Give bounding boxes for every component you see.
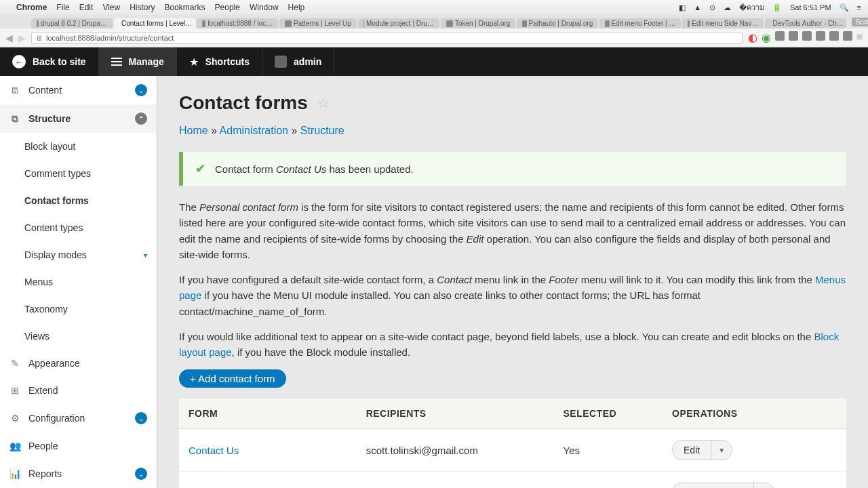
- sidebar-sub-menus[interactable]: Menus: [0, 268, 157, 296]
- sidebar-sub-taxonomy[interactable]: Taxonomy: [0, 296, 157, 323]
- breadcrumb-admin[interactable]: Administration: [220, 125, 288, 136]
- battery-icon[interactable]: 🔋: [772, 3, 782, 12]
- dropdown-arrow-icon[interactable]: ▼: [711, 441, 732, 460]
- menu-people[interactable]: People: [215, 3, 240, 12]
- admin-button[interactable]: admin: [262, 47, 334, 76]
- sidebar-item-appearance[interactable]: ✎Appearance: [0, 350, 157, 377]
- menu-window[interactable]: Window: [250, 3, 279, 12]
- sidebar-sub-views[interactable]: Views: [0, 323, 157, 350]
- admin-sidebar: 🗎Content ⌄ ⧉Structure ⌃ Block layout Com…: [0, 76, 157, 488]
- sidebar-item-people[interactable]: 👥People: [0, 432, 157, 460]
- browser-tab[interactable]: Module project | Dru…: [358, 18, 439, 28]
- chrome-user-badge[interactable]: Scott: [852, 18, 868, 26]
- ext-icon[interactable]: [775, 31, 785, 41]
- menu-view[interactable]: View: [102, 3, 120, 12]
- dropdown-arrow-icon[interactable]: ▼: [753, 483, 774, 488]
- col-form[interactable]: FORM: [179, 399, 357, 429]
- col-operations[interactable]: OPERATIONS: [663, 399, 846, 429]
- sidebar-item-extend[interactable]: ⊞Extend: [0, 377, 157, 404]
- menu-icon[interactable]: ≡: [857, 3, 861, 12]
- sidebar-sub-display-modes[interactable]: Display modes▾: [0, 241, 157, 268]
- clock[interactable]: Sat 6:51 PM: [790, 3, 831, 12]
- ext-icon[interactable]: [843, 31, 852, 41]
- col-selected[interactable]: SELECTED: [554, 399, 663, 429]
- table-row: Personal contact form Selected user No M…: [179, 472, 846, 488]
- sidebar-item-reports[interactable]: 📊Reports ⌄: [0, 460, 157, 488]
- menubar-icon[interactable]: ☁: [724, 3, 731, 12]
- browser-tab[interactable]: Edit menu Footer | …: [599, 18, 681, 28]
- edit-dropdown-button[interactable]: Edit ▼: [672, 440, 732, 460]
- help-text-2: If you have configured a default site-wi…: [179, 272, 846, 319]
- sidebar-item-structure[interactable]: ⧉Structure ⌃: [0, 104, 157, 133]
- sidebar-item-content[interactable]: 🗎Content ⌄: [0, 76, 157, 104]
- menubar-icon[interactable]: ◧: [679, 3, 686, 12]
- browser-tab[interactable]: Patterns | Level Up: [279, 18, 357, 28]
- appearance-icon: ✎: [9, 358, 20, 369]
- selected-cell: Yes: [554, 429, 663, 472]
- browser-tab[interactable]: drupal 8.0.2 | Drupa…: [31, 18, 113, 28]
- favicon-icon: [37, 20, 39, 27]
- admin-label: admin: [294, 56, 321, 67]
- browser-tab[interactable]: Token | Drupal.org: [441, 18, 516, 28]
- sidebar-sub-content-types[interactable]: Content types: [0, 214, 157, 241]
- url-text: localhost:8888/admin/structure/contact: [46, 34, 174, 42]
- star-icon: ★: [189, 56, 199, 68]
- browser-tab[interactable]: localhost:8888 / loc…: [197, 18, 278, 28]
- sidebar-item-configuration[interactable]: ⚙Configuration ⌄: [0, 404, 157, 432]
- shortcuts-button[interactable]: ★ Shortcuts: [177, 47, 262, 76]
- sidebar-sub-block-layout[interactable]: Block layout: [0, 133, 157, 160]
- menu-file[interactable]: File: [56, 3, 69, 12]
- menubar-icon[interactable]: ⊙: [709, 3, 715, 12]
- sidebar-sub-comment-types[interactable]: Comment types: [0, 160, 157, 187]
- ext-icon[interactable]: ◉: [762, 31, 771, 44]
- menubar-icon[interactable]: ▲: [694, 3, 701, 12]
- nav-back-icon[interactable]: ◀: [5, 33, 13, 43]
- browser-tab[interactable]: Pathauto | Drupal.org: [517, 18, 598, 28]
- people-icon: 👥: [9, 441, 20, 451]
- ext-icon[interactable]: [789, 31, 798, 41]
- favorite-star-icon[interactable]: ☆: [317, 95, 330, 111]
- browser-tab[interactable]: Edit menu Side Nav…: [682, 18, 764, 28]
- table-row: Contact Us scott.tolinski@gmail.com Yes …: [179, 429, 846, 472]
- browser-name[interactable]: Chrome: [16, 3, 47, 12]
- spotlight-icon[interactable]: 🔍: [840, 3, 849, 12]
- ext-icon[interactable]: [816, 31, 825, 41]
- breadcrumb-home[interactable]: Home: [179, 125, 208, 136]
- chevron-up-icon[interactable]: ⌃: [135, 113, 147, 125]
- menu-help[interactable]: Help: [288, 3, 305, 12]
- form-link-contact-us[interactable]: Contact Us: [189, 445, 239, 456]
- col-recipients[interactable]: RECIPIENTS: [357, 399, 554, 429]
- chevron-down-icon[interactable]: ⌄: [135, 84, 147, 96]
- chevron-down-icon[interactable]: ▾: [144, 251, 147, 259]
- check-icon: ✔: [195, 161, 205, 176]
- breadcrumb-structure[interactable]: Structure: [300, 125, 344, 136]
- browser-tab[interactable]: DevTools Author - Ch…: [765, 18, 846, 28]
- main-content: Contact forms ☆ Home » Administration » …: [157, 76, 868, 488]
- ext-icon[interactable]: ◐: [748, 31, 757, 44]
- chrome-menu-icon[interactable]: ≡: [856, 31, 863, 44]
- structure-icon: ⧉: [9, 113, 20, 124]
- add-contact-form-button[interactable]: + Add contact form: [179, 369, 286, 388]
- manage-fields-dropdown-button[interactable]: Manage fields ▼: [672, 483, 775, 488]
- menu-history[interactable]: History: [130, 3, 155, 12]
- configuration-icon: ⚙: [9, 413, 20, 424]
- url-input[interactable]: 🗎 localhost:8888/admin/structure/contact: [31, 32, 743, 44]
- favicon-icon: [285, 20, 292, 27]
- back-to-site-button[interactable]: ← Back to site: [0, 47, 99, 76]
- chevron-down-icon[interactable]: ⌄: [135, 412, 147, 424]
- nav-forward-icon[interactable]: ▶: [18, 33, 26, 43]
- ext-icon[interactable]: [829, 31, 839, 41]
- favicon-icon: [688, 20, 690, 27]
- ext-icon[interactable]: [802, 31, 812, 41]
- browser-tab-active[interactable]: Contact forms | Level…×: [114, 18, 195, 28]
- selected-cell: No: [554, 472, 663, 488]
- op-label: Edit: [673, 441, 711, 460]
- wifi-icon[interactable]: �ความ: [739, 1, 764, 14]
- status-text: Contact form Contact Us has been updated…: [215, 163, 414, 175]
- chevron-down-icon[interactable]: ⌄: [135, 468, 147, 480]
- sidebar-sub-contact-forms[interactable]: Contact forms: [0, 187, 157, 214]
- menu-edit[interactable]: Edit: [79, 3, 94, 12]
- back-label: Back to site: [33, 56, 86, 67]
- manage-button[interactable]: Manage: [99, 47, 177, 76]
- menu-bookmarks[interactable]: Bookmarks: [165, 3, 205, 12]
